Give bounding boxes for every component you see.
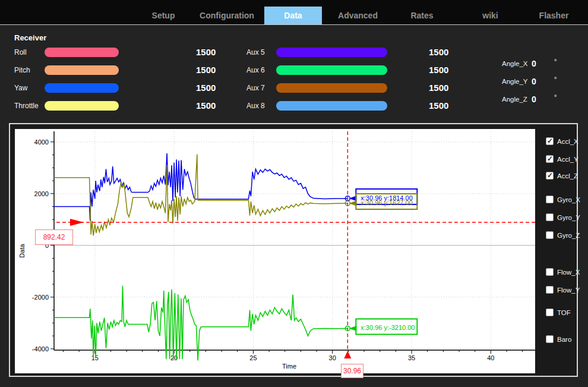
channel-label-aux6: Aux 6 — [246, 66, 265, 74]
checkbox-icon[interactable] — [546, 172, 554, 180]
tab-setup[interactable]: Setup — [143, 7, 184, 24]
channel-label-aux5: Aux 5 — [246, 48, 265, 56]
angle-z-unit: ° — [554, 93, 557, 100]
channel-row-roll: Roll 1500 Aux 5 1500 — [0, 47, 588, 58]
checkbox-icon[interactable] — [546, 286, 554, 294]
svg-text:4000: 4000 — [34, 139, 49, 146]
channel-row-pitch: Pitch 1500 Aux 6 1500 — [0, 65, 588, 75]
checkbox-icon[interactable] — [546, 196, 554, 203]
channel-label-roll: Roll — [14, 48, 27, 56]
tab-flasher[interactable]: Flasher — [532, 7, 576, 24]
svg-text:-2000: -2000 — [32, 294, 49, 301]
channel-bar-aux6 — [276, 65, 387, 75]
series-checkbox-column: Accl_X Accl_Y Accl_Z Gyro_X Gyro_Y Gyro_… — [535, 124, 577, 376]
angle-y-unit: ° — [554, 75, 557, 83]
checkbox-icon[interactable] — [546, 231, 554, 239]
checkbox-label: Accl_X — [557, 138, 578, 145]
channel-label-aux8: Aux 8 — [246, 102, 265, 110]
angle-y-value: 0 — [532, 77, 536, 86]
channel-value-pitch: 1500 — [196, 65, 223, 75]
channel-bar-aux7 — [276, 83, 387, 93]
tab-data-active[interactable]: Data — [264, 7, 322, 24]
svg-text:25: 25 — [249, 354, 257, 361]
checkbox-icon[interactable] — [546, 268, 554, 276]
angle-x-value: 0 — [532, 59, 536, 68]
channel-value-yaw: 1500 — [196, 83, 223, 93]
angle-x-label: Angle_X — [502, 60, 527, 67]
channel-bar-pitch — [45, 65, 119, 75]
checkbox-icon[interactable] — [546, 137, 554, 145]
svg-text:-4000: -4000 — [32, 345, 49, 353]
checkbox-label: TOF — [557, 309, 571, 316]
top-nav: Setup Configuration Data Advanced Rates … — [0, 0, 588, 25]
svg-text:x:30.96 y:-3210.00: x:30.96 y:-3210.00 — [361, 324, 415, 331]
channel-bar-roll — [45, 48, 119, 57]
channel-label-yaw: Yaw — [14, 84, 27, 92]
angle-x-row: Angle_X 0 ° — [502, 59, 585, 68]
checkbox-label: Gyro_Y — [557, 214, 580, 221]
channel-label-aux7: Aux 7 — [246, 84, 265, 92]
sensor-chart: 152025303540-4000-2000020004000TimeDatax… — [15, 129, 535, 373]
channel-bar-throttle — [45, 101, 119, 111]
tab-wiki[interactable]: wiki — [474, 7, 507, 24]
channel-value-aux7: 1500 — [429, 83, 456, 93]
svg-text:x:30.96 y:1627.00: x:30.96 y:1627.00 — [361, 199, 412, 206]
svg-text:Time: Time — [282, 363, 296, 370]
tab-configuration[interactable]: Configuration — [192, 7, 262, 24]
channel-value-aux5: 1500 — [429, 47, 456, 57]
svg-text:40: 40 — [487, 354, 494, 361]
angle-z-value: 0 — [532, 95, 536, 104]
angle-z-row: Angle_Z 0 ° — [502, 95, 585, 104]
checkbox-label: Gyro_Z — [557, 232, 580, 239]
channel-row-throttle: Throttle 1500 Aux 8 1500 — [0, 100, 588, 111]
chart-panel: 152025303540-4000-2000020004000TimeDatax… — [9, 123, 578, 377]
checkbox-label: Accl_Y — [557, 156, 578, 163]
channel-bar-aux5 — [276, 48, 387, 57]
checkbox-label: Baro — [557, 336, 571, 343]
checkbox-label: Accl_Z — [557, 172, 578, 180]
tab-rates[interactable]: Rates — [403, 7, 441, 24]
angle-z-label: Angle_Z — [502, 96, 527, 103]
checkbox-label: Flow_X — [557, 269, 580, 276]
svg-text:35: 35 — [408, 354, 415, 361]
channel-row-yaw: Yaw 1500 Aux 7 1500 — [0, 83, 588, 93]
receiver-title: Receiver — [14, 33, 46, 42]
channel-value-aux6: 1500 — [429, 65, 456, 75]
checkbox-label: Gyro_X — [557, 196, 580, 203]
channel-bar-aux8 — [276, 101, 387, 111]
channel-value-roll: 1500 — [196, 47, 223, 57]
receiver-section: Receiver Roll 1500 Aux 5 1500 Pitch 1500… — [0, 26, 588, 121]
angle-x-unit: ° — [554, 58, 557, 65]
tab-advanced[interactable]: Advanced — [330, 7, 386, 24]
cursor-y-value-box: 892.42 — [35, 229, 73, 245]
svg-text:15: 15 — [91, 354, 99, 361]
channel-label-pitch: Pitch — [14, 66, 30, 74]
checkbox-icon[interactable] — [546, 335, 554, 343]
svg-text:2000: 2000 — [34, 190, 49, 197]
angle-y-label: Angle_Y — [502, 78, 527, 85]
plot-area[interactable]: 152025303540-4000-2000020004000TimeDatax… — [15, 129, 535, 373]
channel-label-throttle: Throttle — [14, 102, 39, 110]
angle-y-row: Angle_Y 0 ° — [502, 77, 585, 86]
channel-value-aux8: 1500 — [429, 100, 456, 111]
channel-bar-yaw — [45, 83, 119, 93]
checkbox-icon[interactable] — [546, 213, 554, 221]
svg-text:30: 30 — [329, 354, 336, 361]
cursor-x-value-box: 30.96 — [341, 364, 363, 378]
checkbox-icon[interactable] — [546, 155, 554, 163]
channel-value-throttle: 1500 — [196, 100, 223, 111]
app-window: Setup Configuration Data Advanced Rates … — [0, 0, 588, 387]
checkbox-icon[interactable] — [546, 309, 554, 316]
checkbox-label: Flow_Y — [557, 287, 580, 294]
svg-text:Data: Data — [18, 244, 26, 258]
